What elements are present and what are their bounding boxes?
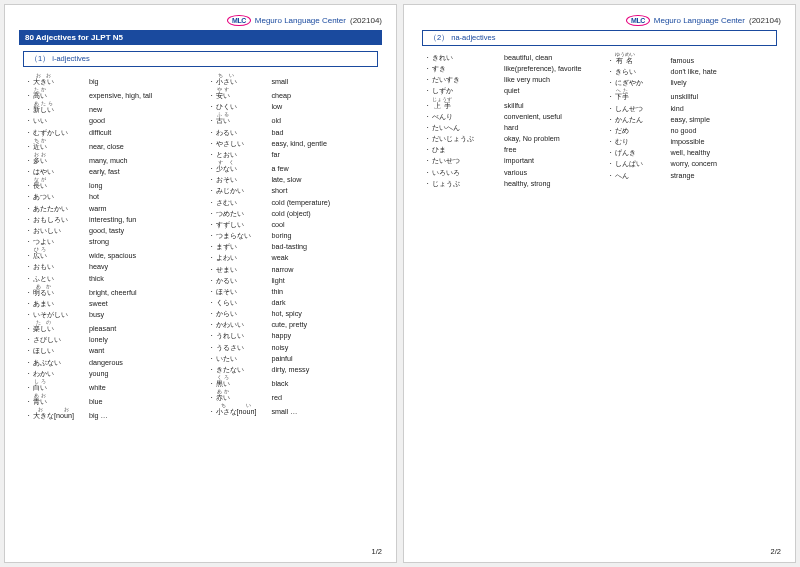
bullet-icon: ・ xyxy=(208,275,216,286)
vocab-row: ・近いちかnear, close xyxy=(25,138,194,152)
page-title: 80 Adjectives for JLPT N5 xyxy=(19,30,382,45)
vocab-en: near, close xyxy=(89,141,194,152)
vocab-jp: よわい xyxy=(216,252,272,263)
vocab-en: new xyxy=(89,104,194,115)
logo-icon: MLC xyxy=(227,15,251,26)
vocab-jp: だめ xyxy=(615,125,671,136)
vocab-jp: すき xyxy=(432,63,504,74)
bullet-icon: ・ xyxy=(25,155,33,166)
bullet-icon: ・ xyxy=(25,90,33,101)
bullet-icon: ・ xyxy=(25,287,33,298)
vocab-row: ・新しいあたらnew xyxy=(25,101,194,115)
bullet-icon: ・ xyxy=(25,141,33,152)
vocab-jp: やさしい xyxy=(216,138,272,149)
bullet-icon: ・ xyxy=(208,90,216,101)
vocab-row: ・多いおおmany, much xyxy=(25,152,194,166)
bullet-icon: ・ xyxy=(25,250,33,261)
bullet-icon: ・ xyxy=(424,178,432,189)
vocab-en: thick xyxy=(89,273,194,284)
vocab-en: cold (object) xyxy=(272,208,377,219)
vocab-row: ・青いあおblue xyxy=(25,393,194,407)
vocab-jp: だいじょうぶ xyxy=(432,133,504,144)
vocab-en: expensive, high, tall xyxy=(89,90,194,101)
vocab-en: boring xyxy=(272,230,377,241)
vocab-en: famous xyxy=(671,55,776,66)
bullet-icon: ・ xyxy=(607,103,615,114)
vocab-row: ・白いしろwhite xyxy=(25,379,194,393)
vocab-jp: げんき xyxy=(615,147,671,158)
vocab-jp: たいへん xyxy=(432,122,504,133)
vocab-en: long xyxy=(89,180,194,191)
vocab-en: a few xyxy=(272,163,377,174)
vocab-jp: 黒いくろ xyxy=(216,375,272,389)
vocab-row: ・じょうぶhealthy, strong xyxy=(424,178,593,189)
vocab-en: bad-tasting xyxy=(272,241,377,252)
bullet-icon: ・ xyxy=(25,115,33,126)
vocab-jp: あつい xyxy=(33,191,89,202)
vocab-en: red xyxy=(272,392,377,403)
bullet-icon: ・ xyxy=(607,114,615,125)
bullet-icon: ・ xyxy=(208,319,216,330)
vocab-jp: うれしい xyxy=(216,330,272,341)
bullet-icon: ・ xyxy=(208,406,216,417)
vocab-jp: きらい xyxy=(615,66,671,77)
vocab-row: ・黒いくろblack xyxy=(208,375,377,389)
bullet-icon: ・ xyxy=(208,138,216,149)
vocab-row: ・しんぱいworry, concern xyxy=(607,158,776,169)
bullet-icon: ・ xyxy=(424,155,432,166)
vocab-jp: 楽しいたの xyxy=(33,320,89,334)
vocab-en: noisy xyxy=(272,342,377,353)
vocab-col-right: ・小さいちいsmall・安いやすcheap・ひくいlow・古いふるold・わるい… xyxy=(208,73,377,421)
vocab-jp: だいすき xyxy=(432,74,504,85)
vocab-row: ・ひまfree xyxy=(424,144,593,155)
vocab-row: ・つめたいcold (object) xyxy=(208,208,377,219)
bullet-icon: ・ xyxy=(25,236,33,247)
bullet-icon: ・ xyxy=(208,264,216,275)
vocab-row: ・小さな[noun]ちいsmall … xyxy=(208,403,377,417)
vocab-row: ・さびしいlonely xyxy=(25,334,194,345)
vocab-row: ・安いやすcheap xyxy=(208,87,377,101)
bullet-icon: ・ xyxy=(424,63,432,74)
bullet-icon: ・ xyxy=(208,163,216,174)
vocab-row: ・赤いあかred xyxy=(208,389,377,403)
bullet-icon: ・ xyxy=(208,208,216,219)
vocab-row: ・明るいあかbright, cheerful xyxy=(25,284,194,298)
vocab-en: low xyxy=(272,101,377,112)
vocab-en: lonely xyxy=(89,334,194,345)
vocab-en: narrow xyxy=(272,264,377,275)
vocab-en: bright, cheerful xyxy=(89,287,194,298)
vocab-en: important xyxy=(504,155,593,166)
bullet-icon: ・ xyxy=(25,273,33,284)
vocab-en: strange xyxy=(671,170,776,181)
vocab-jp: 明るいあか xyxy=(33,284,89,298)
vocab-row: ・かわいいcute, pretty xyxy=(208,319,377,330)
vocab-row: ・くらいdark xyxy=(208,297,377,308)
vocab-jp: さむい xyxy=(216,197,272,208)
vocab-row: ・いたいpainful xyxy=(208,353,377,364)
page-header: MLC Meguro Language Center (202104) xyxy=(418,15,781,26)
bullet-icon: ・ xyxy=(25,345,33,356)
vocab-jp: ほそい xyxy=(216,286,272,297)
vocab-row: ・ひくいlow xyxy=(208,101,377,112)
vocab-row: ・むずかしいdifficult xyxy=(25,127,194,138)
vocab-jp: かんたん xyxy=(615,114,671,125)
bullet-icon: ・ xyxy=(424,85,432,96)
vocab-jp: さびしい xyxy=(33,334,89,345)
vocab-en: cute, pretty xyxy=(272,319,377,330)
bullet-icon: ・ xyxy=(208,364,216,375)
vocab-row: ・しんせつkind xyxy=(607,103,776,114)
vocab-en: painful xyxy=(272,353,377,364)
vocab-row: ・よわいweak xyxy=(208,252,377,263)
vocab-row: ・わるいbad xyxy=(208,127,377,138)
vocab-row: ・あたたかいwarm xyxy=(25,203,194,214)
vocab-row: ・にぎやかlively xyxy=(607,77,776,88)
vocab-jp: せまい xyxy=(216,264,272,275)
vocab-en: worry, concern xyxy=(671,158,776,169)
vocab-en: various xyxy=(504,167,593,178)
bullet-icon: ・ xyxy=(607,91,615,102)
bullet-icon: ・ xyxy=(424,111,432,122)
vocab-jp: かるい xyxy=(216,275,272,286)
vocab-row: ・きらいdon't like, hate xyxy=(607,66,776,77)
vocab-jp: むり xyxy=(615,136,671,147)
vocab-row: ・つよいstrong xyxy=(25,236,194,247)
